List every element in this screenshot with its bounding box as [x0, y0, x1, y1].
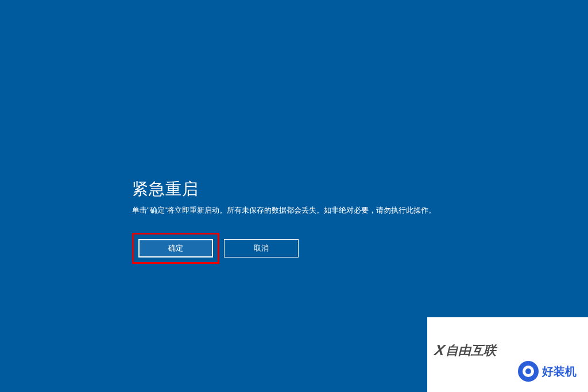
- x-logo-icon: X: [433, 341, 446, 359]
- watermark-2-text: 好装机: [542, 364, 577, 379]
- watermark-1-text: 自由互联: [446, 342, 496, 359]
- camera-logo-icon: [518, 361, 539, 382]
- watermark-haozhuangji: 好装机: [518, 361, 577, 382]
- watermark-ziyouhulian: X 自由互联: [435, 341, 496, 359]
- cancel-wrapper: 取消: [224, 233, 299, 264]
- ok-button[interactable]: 确定: [138, 239, 213, 258]
- emergency-restart-dialog: 紧急重启 单击"确定"将立即重新启动。所有未保存的数据都会丢失。如非绝对必要，请…: [132, 178, 465, 264]
- cancel-button[interactable]: 取消: [224, 239, 299, 258]
- dialog-message: 单击"确定"将立即重新启动。所有未保存的数据都会丢失。如非绝对必要，请勿执行此操…: [132, 205, 465, 217]
- dialog-title: 紧急重启: [132, 178, 465, 200]
- button-row: 确定 取消: [132, 233, 465, 264]
- highlight-annotation: 确定: [132, 233, 219, 264]
